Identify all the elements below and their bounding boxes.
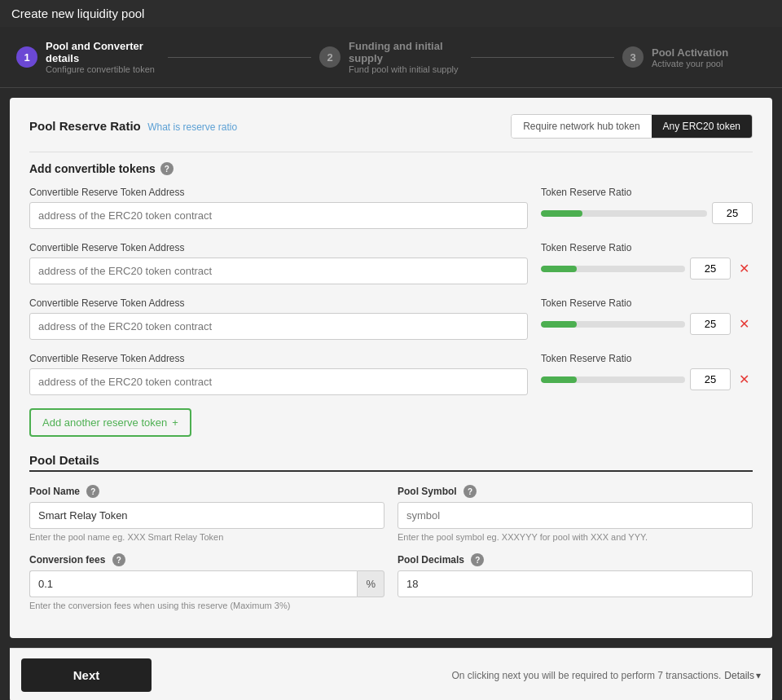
pool-decimals-help-icon[interactable]: ?: [471, 553, 484, 566]
toggle-erc20-token[interactable]: Any ERC20 token: [652, 115, 752, 138]
slider-wrapper-2: [541, 266, 685, 272]
token-address-input-4[interactable]: [29, 368, 528, 395]
slider-track-3[interactable]: [541, 321, 685, 328]
footer-details-link[interactable]: Details ▾: [724, 670, 761, 681]
token-row-2-right: Token Reserve Ratio ✕: [541, 242, 753, 280]
step-3-circle: 3: [622, 46, 644, 68]
add-reserve-token-label: Add another reserve token: [42, 416, 167, 429]
pool-name-help-icon[interactable]: ?: [86, 485, 99, 498]
token-address-input-3[interactable]: [29, 313, 528, 340]
pool-details-divider: [29, 470, 753, 472]
step-3-info: Pool Activation Activate your pool: [652, 46, 766, 68]
pool-decimals-input[interactable]: [398, 570, 753, 597]
ratio-container-2: ✕: [541, 258, 753, 280]
pool-details-title: Pool Details: [29, 453, 753, 467]
reserve-ratio-link[interactable]: What is reserve ratio: [147, 121, 237, 133]
pool-symbol-input[interactable]: [398, 502, 753, 529]
conversion-fees-label: Conversion fees ?: [29, 553, 384, 566]
ratio-container-1: [541, 202, 753, 224]
chevron-down-icon: ▾: [756, 670, 761, 681]
slider-track-4[interactable]: [541, 376, 685, 383]
token-row-1-right: Token Reserve Ratio: [541, 187, 753, 224]
ratio-label-1: Token Reserve Ratio: [541, 187, 753, 198]
step-1-subtitle: Configure convertible token: [46, 64, 160, 74]
conversion-fees-input-wrapper: %: [29, 570, 384, 597]
add-tokens-label: Add convertible tokens: [29, 162, 156, 175]
slider-wrapper-3: [541, 321, 685, 328]
token-address-label-4: Convertible Reserve Token Address: [29, 353, 528, 364]
footer-info-text: On clicking next you will be required to…: [451, 670, 721, 681]
conversion-fees-input[interactable]: [29, 570, 357, 597]
step-2-circle: 2: [319, 46, 340, 68]
token-row-3: Convertible Reserve Token Address Token …: [29, 297, 753, 340]
footer-info: On clicking next you will be required to…: [451, 670, 761, 681]
content-area: Pool Reserve Ratio What is reserve ratio…: [10, 98, 772, 638]
main-container: 1 Pool and Converter details Configure c…: [0, 27, 782, 700]
remove-token-btn-3[interactable]: ✕: [736, 318, 753, 331]
remove-token-btn-4[interactable]: ✕: [736, 373, 753, 386]
pool-details-grid-1: Pool Name ? Enter the pool name eg. XXX …: [29, 485, 753, 542]
ratio-value-input-2[interactable]: [690, 258, 731, 280]
step-line-2: [471, 57, 614, 58]
slider-wrapper-1: [541, 210, 707, 217]
divider-1: [29, 152, 753, 152]
stepper: 1 Pool and Converter details Configure c…: [0, 27, 782, 88]
token-row-3-left: Convertible Reserve Token Address: [29, 297, 528, 340]
pool-symbol-label: Pool Symbol ?: [398, 485, 753, 498]
step-2-subtitle: Fund pool with initial supply: [349, 64, 463, 74]
step-1[interactable]: 1 Pool and Converter details Configure c…: [16, 40, 160, 74]
pool-symbol-help-icon[interactable]: ?: [463, 485, 477, 498]
token-row-1: Convertible Reserve Token Address Token …: [29, 187, 753, 229]
token-row-4-right: Token Reserve Ratio ✕: [541, 353, 753, 390]
step-2-title: Funding and initial supply: [349, 40, 463, 64]
conversion-fees-hint: Enter the conversion fees when using thi…: [29, 601, 384, 610]
add-reserve-token-button[interactable]: Add another reserve token +: [29, 408, 191, 437]
step-2[interactable]: 2 Funding and initial supply Fund pool w…: [319, 40, 463, 74]
conversion-fees-field: Conversion fees ? % Enter the conversion…: [29, 553, 384, 610]
pool-decimals-label: Pool Decimals ?: [398, 553, 753, 566]
conversion-fees-help-icon[interactable]: ?: [112, 553, 125, 566]
add-tokens-section-header: Add convertible tokens ?: [29, 162, 753, 175]
token-address-input-2[interactable]: [29, 258, 528, 284]
step-3[interactable]: 3 Pool Activation Activate your pool: [622, 46, 766, 68]
next-button[interactable]: Next: [21, 658, 152, 692]
token-address-label-3: Convertible Reserve Token Address: [29, 297, 528, 309]
remove-token-btn-2[interactable]: ✕: [736, 262, 753, 275]
toggle-hub-token[interactable]: Require network hub token: [512, 115, 651, 138]
pool-name-label: Pool Name ?: [29, 485, 384, 498]
slider-track-1[interactable]: [541, 210, 707, 217]
step-3-title: Pool Activation: [652, 46, 766, 59]
slider-track-2[interactable]: [541, 266, 685, 272]
ratio-label-4: Token Reserve Ratio: [541, 353, 753, 364]
token-address-input-1[interactable]: [29, 202, 528, 229]
pool-details-grid-2: Conversion fees ? % Enter the conversion…: [29, 553, 753, 610]
token-row-3-right: Token Reserve Ratio ✕: [541, 297, 753, 335]
step-line-1: [168, 57, 311, 58]
pool-symbol-field: Pool Symbol ? Enter the pool symbol eg. …: [398, 485, 753, 542]
token-type-toggle: Require network hub token Any ERC20 toke…: [511, 114, 753, 139]
footer-bar: Next On clicking next you will be requir…: [10, 648, 772, 700]
reserve-ratio-title: Pool Reserve Ratio: [29, 119, 141, 133]
token-row-2: Convertible Reserve Token Address Token …: [29, 242, 753, 284]
ratio-value-input-3[interactable]: [690, 313, 731, 335]
pool-symbol-hint: Enter the pool symbol eg. XXXYYY for poo…: [398, 532, 753, 542]
step-1-title: Pool and Converter details: [46, 40, 160, 64]
ratio-label-2: Token Reserve Ratio: [541, 242, 753, 253]
pool-decimals-field: Pool Decimals ?: [398, 553, 753, 610]
pool-name-input[interactable]: [29, 502, 384, 529]
ratio-value-input-4[interactable]: [690, 368, 731, 390]
token-row-1-left: Convertible Reserve Token Address: [29, 187, 528, 229]
slider-wrapper-4: [541, 376, 685, 383]
pool-name-field: Pool Name ? Enter the pool name eg. XXX …: [29, 485, 384, 542]
step-1-circle: 1: [16, 46, 37, 68]
token-row-4-left: Convertible Reserve Token Address: [29, 353, 528, 395]
slider-fill-3: [541, 321, 577, 328]
token-address-label-2: Convertible Reserve Token Address: [29, 242, 528, 253]
step-3-subtitle: Activate your pool: [652, 59, 766, 68]
pool-name-hint: Enter the pool name eg. XXX Smart Relay …: [29, 532, 384, 542]
slider-fill-4: [541, 376, 577, 383]
title-bar: Create new liquidity pool: [0, 0, 782, 27]
token-address-label-1: Convertible Reserve Token Address: [29, 187, 528, 198]
ratio-value-input-1[interactable]: [712, 202, 753, 224]
add-tokens-help-icon[interactable]: ?: [160, 162, 174, 175]
